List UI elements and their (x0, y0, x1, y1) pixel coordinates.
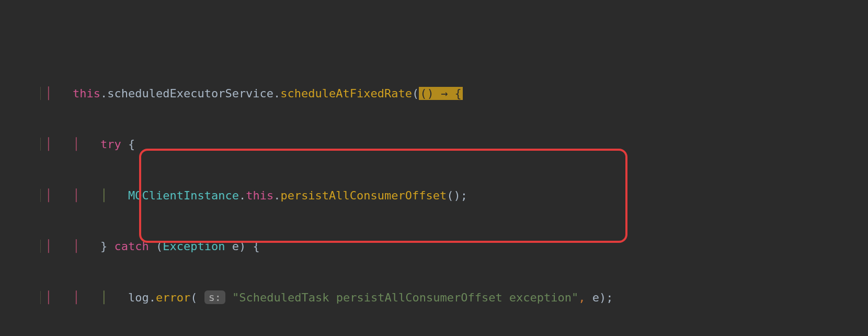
keyword-catch: catch (114, 240, 149, 253)
type-ref: Exception (163, 240, 225, 253)
code-line[interactable]: │ this.scheduledExecutorService.schedule… (0, 85, 868, 103)
code-line[interactable]: │ │ try { (0, 136, 868, 153)
method-call: persistAllConsumerOffset (280, 189, 447, 202)
type-ref: MQClientInstance (128, 189, 239, 202)
method-call: error (156, 291, 190, 304)
code-editor[interactable]: │ this.scheduledExecutorService.schedule… (0, 0, 868, 336)
keyword-this: this (73, 87, 100, 100)
lambda-open: () → { (419, 87, 462, 100)
logger-ref: log (128, 291, 149, 304)
code-line[interactable]: │ │ │ log.error( s: "ScheduledTask persi… (0, 289, 868, 307)
param-hint: s: (204, 290, 225, 304)
keyword-try: try (100, 138, 121, 151)
code-line[interactable]: │ │ } catch (Exception e) { (0, 238, 868, 255)
keyword-this: this (246, 189, 273, 202)
string-literal: "ScheduledTask persistAllConsumerOffset … (232, 291, 578, 304)
code-line[interactable]: │ │ │ MQClientInstance.this.persistAllCo… (0, 187, 868, 205)
field-ref: scheduledExecutorService (107, 87, 273, 100)
method-call: scheduleAtFixedRate (280, 87, 412, 100)
